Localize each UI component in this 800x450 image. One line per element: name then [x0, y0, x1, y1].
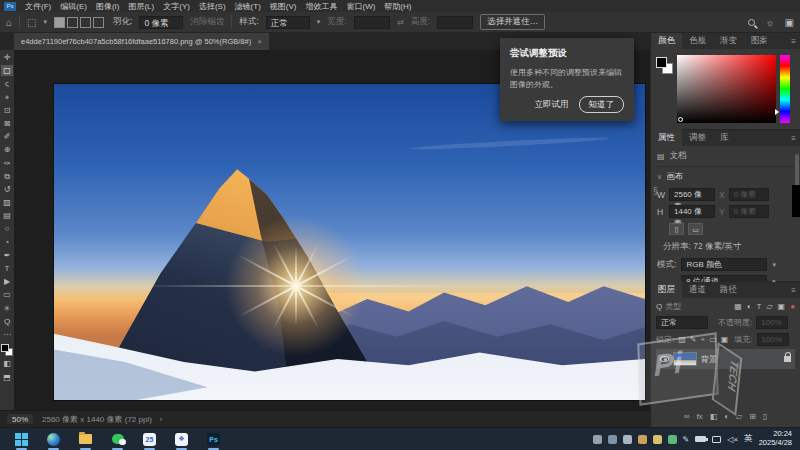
- layer-mask-icon[interactable]: ◧: [710, 412, 718, 421]
- zoom-tool[interactable]: Q: [1, 316, 13, 327]
- tray-app-icon[interactable]: [653, 435, 662, 444]
- landscape-orientation-button[interactable]: ▭: [688, 223, 703, 235]
- adjustment-layer-icon[interactable]: ◐: [724, 412, 729, 421]
- menu-filter[interactable]: 滤镜(T): [235, 1, 261, 12]
- history-brush-tool[interactable]: ↺: [1, 184, 13, 195]
- subtract-selection-icon[interactable]: [80, 17, 91, 28]
- panel-menu-icon[interactable]: ≡: [791, 37, 796, 46]
- portrait-orientation-button[interactable]: ▯: [669, 223, 684, 235]
- blur-tool[interactable]: ○: [1, 223, 13, 234]
- foreground-color-swatch[interactable]: [656, 57, 667, 68]
- menu-help[interactable]: 帮助(H): [384, 1, 411, 12]
- canvas-width-input[interactable]: 2560 像素: [669, 188, 715, 201]
- path-selection-tool[interactable]: ▶: [1, 276, 13, 287]
- battery-icon[interactable]: [695, 436, 706, 442]
- chevron-down-icon[interactable]: ▾: [317, 18, 321, 26]
- layer-visibility-icon[interactable]: [660, 356, 669, 362]
- layer-effects-icon[interactable]: fx: [696, 412, 702, 421]
- panel-color-swatches[interactable]: [656, 57, 672, 73]
- tray-app-icon[interactable]: [623, 435, 632, 444]
- tab-adjustments[interactable]: 调整: [682, 129, 713, 146]
- opacity-input[interactable]: 100%: [756, 316, 788, 329]
- intersect-selection-icon[interactable]: [93, 17, 104, 28]
- crop-tool[interactable]: ⊡: [1, 105, 13, 116]
- taskbar-edge[interactable]: [46, 432, 61, 447]
- taskbar-photoshop[interactable]: Ps: [206, 432, 221, 447]
- blend-mode-select[interactable]: 正常: [656, 316, 708, 329]
- start-button[interactable]: [14, 432, 29, 447]
- menu-file[interactable]: 文件(F): [25, 1, 51, 12]
- menu-layer[interactable]: 图层(L): [128, 1, 154, 12]
- workspace-switcher-icon[interactable]: ▣: [785, 17, 794, 28]
- tray-app-icon[interactable]: [608, 435, 617, 444]
- tab-channels[interactable]: 通道: [682, 281, 713, 298]
- collapsed-panel-handle[interactable]: [792, 185, 800, 217]
- try-now-button[interactable]: 立即试用: [535, 99, 569, 111]
- volume-muted-icon[interactable]: ◁×: [727, 435, 738, 444]
- menu-plugins[interactable]: 增效工具: [305, 1, 337, 12]
- lock-artboard-icon[interactable]: ▭: [709, 335, 717, 344]
- taskbar-clock[interactable]: 20:24 2025/4/28: [759, 430, 792, 447]
- menu-view[interactable]: 视图(V): [270, 1, 297, 12]
- new-layer-icon[interactable]: ⊞: [749, 412, 756, 421]
- panel-menu-icon[interactable]: ≡: [791, 286, 796, 295]
- move-tool[interactable]: ✛: [1, 52, 13, 63]
- hue-slider-arrow[interactable]: [775, 109, 779, 115]
- lasso-tool[interactable]: ς: [1, 78, 13, 89]
- feather-input[interactable]: 0 像素: [139, 16, 183, 29]
- tray-app-icon[interactable]: [638, 435, 647, 444]
- network-display-icon[interactable]: [712, 436, 721, 443]
- rectangle-tool[interactable]: ▭: [1, 289, 13, 300]
- marquee-tool[interactable]: ▢: [1, 65, 13, 76]
- search-icon[interactable]: [748, 19, 755, 26]
- menu-image[interactable]: 图像(I): [96, 1, 120, 12]
- gradient-tool[interactable]: ▤: [1, 210, 13, 221]
- lock-position-icon[interactable]: +: [701, 335, 706, 344]
- link-dimensions-icon[interactable]: §: [653, 186, 658, 196]
- link-layers-icon[interactable]: ∞: [684, 412, 690, 421]
- taskbar-app-25[interactable]: 25: [142, 432, 157, 447]
- menu-select[interactable]: 选择(S): [199, 1, 226, 12]
- screen-mode-icon[interactable]: ⬒: [1, 372, 13, 383]
- select-and-mask-button[interactable]: 选择并遮住…: [480, 14, 545, 30]
- taskbar-wechat[interactable]: [110, 432, 125, 447]
- clone-stamp-tool[interactable]: ⧉: [1, 171, 13, 182]
- hue-slider[interactable]: [780, 55, 790, 123]
- taskbar-file-explorer[interactable]: [78, 432, 93, 447]
- layer-lock-icon[interactable]: [784, 356, 791, 362]
- canvas-image[interactable]: [54, 84, 645, 400]
- filter-adjustment-icon[interactable]: ◐: [747, 302, 752, 311]
- expand-icon[interactable]: ∨: [657, 173, 662, 181]
- canvas-height-input[interactable]: 1440 像素: [669, 205, 715, 218]
- filter-image-icon[interactable]: ▦: [734, 302, 742, 311]
- tab-paths[interactable]: 路径: [713, 281, 744, 298]
- home-icon[interactable]: ⌂: [6, 17, 12, 28]
- style-select[interactable]: 正常: [266, 16, 310, 29]
- healing-brush-tool[interactable]: ⊕: [1, 144, 13, 155]
- eyedropper-tool[interactable]: ✐: [1, 131, 13, 142]
- tab-color[interactable]: 颜色: [651, 32, 682, 49]
- hand-tool[interactable]: ✳: [1, 303, 13, 314]
- tab-patterns[interactable]: 图案: [744, 32, 775, 49]
- color-swatches[interactable]: [1, 344, 13, 356]
- pen-tool[interactable]: ✒: [1, 250, 13, 261]
- menu-edit[interactable]: 编辑(E): [60, 1, 87, 12]
- object-selection-tool[interactable]: ⌖: [1, 92, 13, 103]
- new-selection-icon[interactable]: [54, 17, 65, 28]
- tab-swatches[interactable]: 色板: [682, 32, 713, 49]
- layer-group-icon[interactable]: ▱: [736, 412, 742, 421]
- filter-smart-object-icon[interactable]: ▣: [778, 302, 786, 311]
- dodge-tool[interactable]: ◔: [1, 237, 13, 248]
- add-selection-icon[interactable]: [67, 17, 78, 28]
- quick-mask-icon[interactable]: ◧: [1, 358, 13, 369]
- got-it-button[interactable]: 知道了: [579, 96, 625, 113]
- chevron-down-icon[interactable]: ▾: [772, 261, 776, 269]
- tray-app-icon[interactable]: [668, 435, 677, 444]
- tray-app-icon[interactable]: [593, 435, 602, 444]
- discover-icon[interactable]: ☼: [765, 17, 774, 28]
- frame-tool[interactable]: ⊠: [1, 118, 13, 129]
- menu-type[interactable]: 文字(Y): [163, 1, 190, 12]
- taskbar-app-clover[interactable]: ❖: [174, 432, 189, 447]
- tab-layers[interactable]: 图层: [651, 281, 682, 298]
- color-field-cursor[interactable]: [678, 117, 683, 122]
